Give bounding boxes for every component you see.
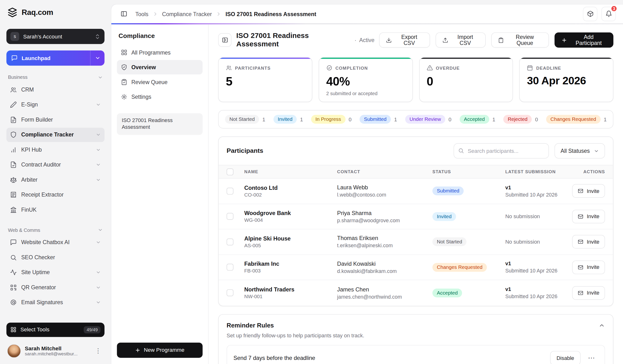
scale-icon — [10, 176, 17, 183]
summary-in-progress: In Progress0 — [311, 115, 352, 124]
notifications-button[interactable]: 3 — [601, 6, 616, 21]
invite-button[interactable]: Invite — [572, 210, 605, 223]
activity-icon — [10, 269, 17, 276]
page-header: ISO 27001 Readiness Assessment · Active … — [218, 32, 613, 48]
table-row: Northwind TradersNW-001 James Chenjames.… — [219, 280, 613, 306]
invite-button[interactable]: Invite — [572, 184, 605, 198]
brand-logo[interactable]: Raq.com — [6, 6, 105, 19]
user-profile[interactable]: Sarah Mitchell sarah.mitchell@westbur...… — [6, 342, 105, 360]
reminder-rule-text: Send 7 days before the deadline — [233, 355, 315, 361]
notification-count-badge: 3 — [610, 5, 617, 12]
invite-label: Invite — [587, 239, 600, 245]
launchpad-label: Launchpad — [22, 55, 90, 61]
search-input[interactable] — [454, 143, 549, 158]
table-row: Alpine Ski HouseAS-005 Thomas Eriksent.e… — [219, 230, 613, 255]
status-filter-dropdown[interactable]: All Statuses — [555, 143, 605, 158]
grid-icon — [10, 326, 16, 333]
row-checkbox[interactable] — [227, 264, 233, 271]
status-badge: Submitted — [432, 187, 464, 195]
launchpad-expand-button[interactable] — [90, 50, 105, 65]
mail-icon — [578, 214, 584, 219]
sidebar-item-label: Website Chatbox AI — [21, 239, 91, 245]
sidebar-item-website-chatbox-ai[interactable]: Website Chatbox AI — [6, 235, 105, 250]
sidebar-item-crm[interactable]: CRM — [6, 82, 105, 97]
invite-button[interactable]: Invite — [572, 260, 605, 274]
sidebar-item-form-builder[interactable]: Form Builder — [6, 112, 105, 127]
sidebar-item-arbiter[interactable]: Arbiter — [6, 172, 105, 187]
programme-list-item[interactable]: ISO 27001 Readiness Assessment — [117, 113, 202, 135]
business-items: CRM E-Sign Form Builder Compliance Track… — [6, 82, 105, 217]
invite-label: Invite — [587, 213, 600, 219]
dots-vertical-icon[interactable]: ⋮ — [92, 345, 104, 356]
status-count: 0 — [349, 116, 351, 122]
invite-button[interactable]: Invite — [572, 235, 605, 249]
sidebar-item-seo-checker[interactable]: SEO Checker — [6, 250, 105, 264]
chevron-up-icon[interactable] — [599, 322, 605, 328]
sidebar-toggle-button[interactable] — [118, 8, 130, 20]
select-tools-button[interactable]: Select Tools 49/49 — [6, 322, 105, 337]
row-checkbox[interactable] — [227, 290, 233, 296]
status-count: 1 — [262, 116, 265, 122]
mail-icon — [578, 290, 584, 296]
status-badge: Invited — [273, 115, 297, 124]
subnav-item-review-queue[interactable]: Review Queue — [117, 75, 202, 89]
sidebar-item-label: Form Builder — [21, 117, 101, 123]
package-icon — [587, 10, 593, 17]
subnav-item-settings[interactable]: Settings — [117, 90, 202, 104]
export-csv-button[interactable]: Export CSV — [379, 32, 430, 48]
breadcrumb-compliance-tracker[interactable]: Compliance Tracker — [162, 11, 212, 17]
plus-icon — [135, 347, 141, 353]
app-root: Raq.com s Sarah's Account Launchpad Busi… — [0, 0, 623, 364]
chevron-down-icon — [96, 162, 101, 168]
breadcrumb-current: ISO 27001 Readiness Assessment — [225, 11, 316, 17]
launchpad-button[interactable]: Launchpad — [6, 50, 105, 65]
stat-card-deadline: DEADLINE 30 Apr 2026 — [519, 57, 613, 102]
document-check-icon — [10, 161, 17, 168]
stat-accent-bar — [319, 58, 412, 59]
invite-label: Invite — [587, 264, 600, 270]
row-checkbox[interactable] — [227, 238, 233, 245]
row-checkbox[interactable] — [227, 188, 233, 194]
sidebar-item-label: Site Uptime — [21, 269, 91, 275]
sidebar-item-site-uptime[interactable]: Site Uptime — [6, 265, 105, 280]
section-web-comms[interactable]: Web & Comms — [6, 227, 105, 233]
review-queue-button[interactable]: Review Queue — [491, 32, 549, 48]
panel-collapse-button[interactable] — [218, 33, 231, 47]
sidebar-item-email-signatures[interactable]: Email Signatures — [6, 295, 105, 310]
sidebar-item-qr-generator[interactable]: QR Generator — [6, 280, 105, 295]
status-filter-label: All Statuses — [560, 148, 590, 154]
contact-name: James Chen — [337, 286, 432, 293]
more-options-icon[interactable]: ⋯ — [584, 351, 598, 364]
invite-button[interactable]: Invite — [572, 286, 605, 300]
participants-title: Participants — [227, 147, 454, 154]
sidebar-item-compliance-tracker[interactable]: Compliance Tracker — [6, 128, 105, 142]
import-csv-button[interactable]: Import CSV — [436, 32, 486, 48]
gear-icon — [121, 94, 127, 100]
subnav-item-overview[interactable]: Overview — [117, 60, 202, 74]
status-badge: Accepted — [432, 289, 462, 298]
users-icon — [10, 86, 17, 93]
review-queue-label: Review Queue — [507, 34, 542, 46]
status-badge: Changes Requested — [432, 263, 487, 272]
sidebar-item-receipt-extractor[interactable]: Receipt Extractor — [6, 187, 105, 202]
new-programme-button[interactable]: New Programme — [117, 342, 202, 358]
participant-name: Fabrikam Inc — [244, 261, 337, 267]
apps-package-button[interactable] — [583, 6, 597, 21]
sidebar-item-kpi-hub[interactable]: KPI Hub — [6, 143, 105, 157]
breadcrumb-tools[interactable]: Tools — [135, 11, 148, 17]
subnav-item-all-programmes[interactable]: All Programmes — [117, 45, 202, 60]
add-participant-button[interactable]: Add Participant — [555, 32, 613, 48]
select-all-checkbox[interactable] — [227, 168, 233, 175]
sidebar-item-label: Arbiter — [21, 177, 91, 183]
section-business[interactable]: Business — [6, 74, 105, 80]
disable-button[interactable]: Disable — [550, 351, 581, 364]
chevrons-up-down-icon — [94, 33, 100, 39]
download-icon — [386, 37, 392, 43]
sidebar-item-finuk[interactable]: FinUK — [6, 203, 105, 217]
row-checkbox[interactable] — [227, 213, 233, 220]
sidebar-item-contract-auditor[interactable]: Contract Auditor — [6, 157, 105, 172]
sidebar-item-esign[interactable]: E-Sign — [6, 98, 105, 112]
stat-label: DEADLINE — [536, 65, 561, 70]
account-switcher[interactable]: s Sarah's Account — [6, 29, 105, 44]
sidebar-item-label: QR Generator — [21, 284, 91, 290]
